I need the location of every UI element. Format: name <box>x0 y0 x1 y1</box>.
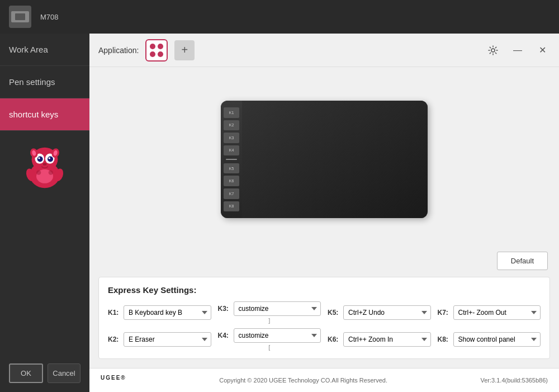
k8-label: K8: <box>438 336 450 343</box>
app-icon <box>145 39 168 62</box>
device-icon <box>9 6 31 28</box>
k4-hint: [ <box>218 344 321 351</box>
key-row-k8: K8: Show control panel <box>438 328 541 351</box>
key-col-k3: K3: customize ] <box>218 301 321 324</box>
k4-select[interactable]: customize <box>234 328 321 343</box>
k7-select[interactable]: Ctrl+- Zoom Out <box>453 305 541 320</box>
key-row-k7: K7: Ctrl+- Zoom Out <box>438 301 541 324</box>
svg-point-4 <box>37 157 43 162</box>
tablet-surface <box>242 101 428 218</box>
tablet-area: K1 K2 K3 K4 K5 K6 K7 K8 <box>89 67 559 252</box>
main-container: Work Area Pen settings shortcut keys <box>0 34 559 392</box>
key-grid: K1: B Keyboard key B K3: customize ] <box>108 301 541 351</box>
settings-button[interactable] <box>485 42 501 58</box>
content-area: Application: + <box>89 34 559 392</box>
k2-select[interactable]: E Eraser <box>124 332 211 347</box>
dot4 <box>158 51 163 57</box>
footer-logo: UGEE® <box>101 373 126 388</box>
tablet-key-k4: K4 <box>224 145 239 156</box>
tablet-key-k8: K8 <box>224 201 239 212</box>
svg-point-8 <box>43 163 47 166</box>
ok-button[interactable]: OK <box>9 363 43 383</box>
sidebar-item-pen-settings[interactable]: Pen settings <box>0 66 89 98</box>
key-col-k4: K4: customize [ <box>218 328 321 351</box>
tablet-key-k6: K6 <box>224 176 239 186</box>
svg-point-17 <box>49 171 53 175</box>
k6-select[interactable]: Ctrl++ Zoom In <box>343 332 431 347</box>
dot1 <box>150 44 155 49</box>
mascot <box>0 131 89 198</box>
k8-select[interactable]: Show control panel <box>453 332 541 347</box>
tablet-key-k5: K5 <box>224 163 239 174</box>
k3-select[interactable]: customize <box>234 301 321 316</box>
close-button[interactable]: ✕ <box>534 42 550 58</box>
settings-title: Express Key Settings: <box>108 285 541 295</box>
k5-label: K5: <box>328 309 340 317</box>
sidebar-bottom: OK Cancel <box>0 355 89 392</box>
app-bar: Application: + <box>89 34 559 67</box>
k7-label: K7: <box>438 309 450 317</box>
window-controls: — ✕ <box>485 42 550 58</box>
tablet-key-k1: K1 <box>224 107 239 118</box>
svg-point-7 <box>49 157 50 159</box>
k1-select[interactable]: B Keyboard key B <box>124 305 211 320</box>
k5-select[interactable]: Ctrl+Z Undo <box>343 305 431 320</box>
settings-panel: Express Key Settings: K1: B Keyboard key… <box>98 277 550 359</box>
sidebar-item-work-area[interactable]: Work Area <box>0 34 89 66</box>
sidebar: Work Area Pen settings shortcut keys <box>0 34 89 392</box>
key-row-k6: K6: Ctrl++ Zoom In <box>328 328 431 351</box>
tablet-buttons: K1 K2 K3 K4 K5 K6 K7 K8 <box>221 101 242 218</box>
key-row-k1: K1: B Keyboard key B <box>108 301 211 324</box>
minimize-button[interactable]: — <box>510 42 525 58</box>
svg-point-6 <box>38 157 40 159</box>
cancel-button[interactable]: Cancel <box>48 363 80 383</box>
tablet-key-k2: K2 <box>224 120 239 131</box>
k6-label: K6: <box>328 336 340 343</box>
k2-label: K2: <box>108 336 120 343</box>
svg-point-18 <box>491 49 495 52</box>
k3-hint: ] <box>218 317 321 324</box>
k4-label: K4: <box>218 332 230 339</box>
tablet-image: K1 K2 K3 K4 K5 K6 K7 K8 <box>221 101 428 218</box>
tablet-key-k7: K7 <box>224 188 239 199</box>
dot2 <box>158 44 163 49</box>
application-label: Application: <box>98 46 139 55</box>
key-row-k3: K3: customize <box>218 301 321 316</box>
k3-label: K3: <box>218 305 230 313</box>
sidebar-item-shortcut-keys[interactable]: shortcut keys <box>0 98 89 131</box>
footer-version: Ver:3.1.4(build:5365b86) <box>481 377 548 384</box>
key-row-k5: K5: Ctrl+Z Undo <box>328 301 431 324</box>
tablet-key-k3: K3 <box>224 133 239 143</box>
footer-copyright: Copyright © 2020 UGEE Technology CO.All … <box>219 377 387 384</box>
add-application-button[interactable]: + <box>174 40 195 60</box>
svg-point-5 <box>48 157 53 162</box>
key-row-k4: K4: customize <box>218 328 321 343</box>
tablet-key-divider <box>226 159 237 160</box>
dot3 <box>150 51 155 57</box>
key-row-k2: K2: E Eraser <box>108 328 211 351</box>
default-button[interactable]: Default <box>497 252 548 270</box>
default-btn-row: Default <box>89 252 559 277</box>
footer: UGEE® Copyright © 2020 UGEE Technology C… <box>89 368 559 392</box>
k1-label: K1: <box>108 309 120 317</box>
svg-point-16 <box>36 171 41 175</box>
title-bar: M708 <box>0 0 559 34</box>
device-name: M708 <box>40 13 59 21</box>
